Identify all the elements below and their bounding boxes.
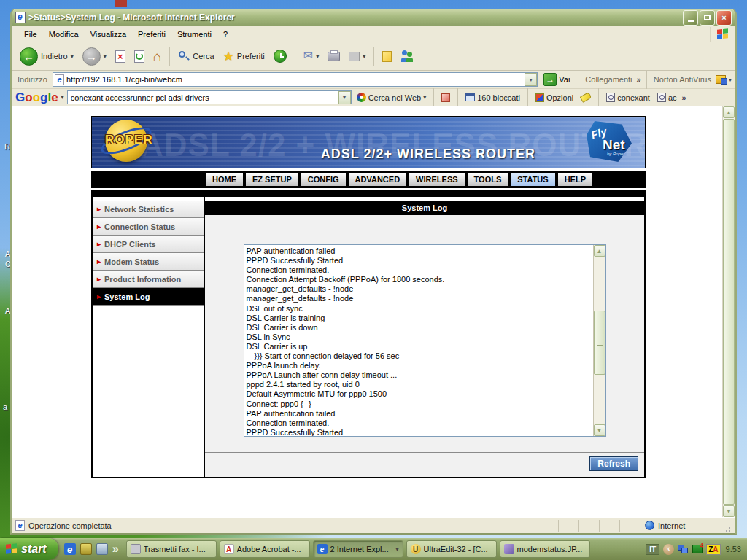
quicklaunch-desktop-icon[interactable] — [96, 543, 108, 555]
menu-tools[interactable]: Strumenti — [171, 28, 217, 41]
popup-blocker-button[interactable]: 160 bloccati — [463, 93, 522, 103]
language-indicator[interactable]: IT — [646, 544, 659, 555]
desktop: R A C A a >Status>System Log - Microsoft… — [0, 0, 747, 560]
tab-tools[interactable]: TOOLS — [467, 172, 509, 187]
task-button-ultraedit[interactable]: U UltraEdit-32 - [C... — [406, 540, 497, 558]
task-label: Trasmetti fax - I... — [144, 545, 212, 553]
refresh-log-button[interactable]: Refresh — [589, 456, 638, 471]
search-web-button[interactable]: Cerca nel Web ▾ — [355, 92, 429, 103]
norton-label[interactable]: Norton AntiVirus — [652, 75, 713, 84]
search-button[interactable]: Cerca — [175, 49, 217, 63]
edit-dropdown-icon[interactable]: ▾ — [363, 53, 365, 60]
google-logo-dropdown-icon[interactable]: ▾ — [61, 94, 64, 101]
forward-dropdown-icon[interactable]: ▾ — [104, 53, 107, 60]
task-group-dropdown-icon[interactable]: ▾ — [396, 546, 399, 553]
address-dropdown-button[interactable]: ▾ — [525, 73, 537, 86]
sidebar-item-product-information[interactable]: ▸ Product Information — [93, 271, 204, 288]
print-button[interactable] — [325, 50, 343, 63]
scroll-up-icon[interactable]: ▲ — [594, 245, 605, 257]
sidebar-item-connection-status[interactable]: ▸ Connection Status — [93, 218, 204, 236]
bullet-icon: ▸ — [97, 240, 101, 248]
maximize-button[interactable] — [700, 10, 715, 26]
quicklaunch-app-icon[interactable] — [80, 543, 92, 555]
google-overflow-chevron[interactable]: » — [682, 93, 686, 102]
menu-view[interactable]: Visualizza — [85, 28, 132, 41]
options-button[interactable]: Opzioni — [533, 93, 576, 103]
taskbar-clock[interactable]: 9.53 — [724, 545, 741, 553]
menu-favorites[interactable]: Preferiti — [132, 28, 171, 41]
close-button[interactable]: × — [716, 10, 732, 26]
address-separator — [646, 70, 647, 89]
favorites-button[interactable]: ★ Preferiti — [220, 49, 268, 64]
task-button-fax[interactable]: Trasmetti fax - I... — [126, 540, 217, 558]
google-search-dropdown-button[interactable]: ▾ — [338, 91, 351, 104]
minimize-button[interactable] — [683, 10, 698, 26]
scroll-down-icon[interactable]: ▼ — [723, 505, 735, 517]
tab-help[interactable]: HELP — [557, 172, 593, 187]
history-button[interactable] — [271, 48, 290, 64]
system-log-textarea[interactable]: PAP authentication failedPPPD Successful… — [244, 244, 606, 437]
stop-button[interactable]: × — [112, 49, 128, 64]
sidebar-item-dhcp-clients[interactable]: ▸ DHCP Clients — [93, 236, 204, 253]
task-button-acrobat[interactable]: A Adobe Acrobat -... — [220, 540, 310, 558]
links-overflow-chevron[interactable]: » — [637, 75, 641, 84]
menu-edit[interactable]: Modifica — [43, 28, 85, 41]
tab-wireless[interactable]: WIRELESS — [409, 172, 465, 187]
stop-icon: × — [115, 50, 125, 63]
quicklaunch-ie-icon[interactable]: e — [64, 543, 76, 555]
search-web-dropdown-icon[interactable]: ▾ — [423, 94, 426, 101]
google-info-button[interactable] — [439, 93, 452, 103]
tab-status[interactable]: STATUS — [510, 172, 555, 187]
tab-config[interactable]: CONFIG — [301, 172, 347, 187]
title-bar[interactable]: >Status>System Log - Microsoft Internet … — [12, 9, 735, 26]
traffic-monitor-icon[interactable] — [692, 545, 703, 553]
browser-vertical-scrollbar[interactable]: ▲ ▼ — [722, 106, 735, 517]
scroll-thumb[interactable] — [723, 119, 735, 505]
start-button[interactable]: start — [0, 538, 58, 560]
status-text: Operazione completata — [28, 521, 112, 530]
browser-content: ADSL 2/2 + WIRELESS ROUTER ROPER ADSL 2/… — [12, 106, 735, 517]
google-toolbar: Google ▾ ▾ Cerca nel Web ▾ 160 bloccati — [12, 89, 735, 106]
back-button[interactable]: ← Indietro ▾ — [17, 46, 77, 67]
tray-collapse-button[interactable]: ‹ — [663, 544, 674, 555]
refresh-button[interactable] — [131, 49, 147, 64]
sidebar-item-system-log[interactable]: ▸ System Log — [93, 288, 204, 306]
task-button-internet-explorer[interactable]: e 2 Internet Expl... ▾ — [313, 540, 403, 558]
norton-dropdown-icon[interactable]: ▾ — [729, 77, 732, 83]
address-input[interactable] — [66, 75, 525, 84]
edit-button[interactable]: ▾ — [346, 50, 368, 63]
sidebar-item-label: DHCP Clients — [104, 240, 156, 249]
links-label[interactable]: Collegamenti — [584, 75, 633, 84]
scroll-thumb[interactable] — [594, 311, 605, 375]
discuss-button[interactable] — [379, 50, 395, 63]
term-button-ac[interactable]: ac — [655, 92, 679, 103]
quicklaunch-overflow-chevron[interactable]: » — [112, 542, 119, 556]
zonealarm-icon[interactable]: ZA — [706, 544, 720, 555]
home-button[interactable]: ⌂ — [150, 48, 164, 65]
sidebar-item-modem-status[interactable]: ▸ Modem Status — [93, 253, 204, 271]
roper-brand-text: ROPER — [105, 133, 152, 147]
forward-button[interactable]: → ▾ — [80, 46, 109, 67]
term-button-conexant[interactable]: conexant — [604, 92, 652, 103]
google-logo[interactable]: Google — [15, 91, 58, 104]
tab-ez-setup[interactable]: EZ SETUP — [245, 172, 299, 187]
scroll-up-icon[interactable]: ▲ — [723, 106, 735, 118]
menu-help[interactable]: ? — [217, 28, 233, 41]
highlight-button[interactable] — [578, 93, 593, 101]
sidebar-item-network-statistics[interactable]: ▸ Network Statistics — [93, 201, 204, 218]
textarea-scrollbar[interactable]: ▲ ▼ — [593, 245, 605, 436]
network-tray-icon[interactable] — [678, 545, 689, 554]
scroll-down-icon[interactable]: ▼ — [594, 424, 605, 436]
go-button[interactable]: → Vai — [541, 73, 573, 86]
mail-dropdown-icon[interactable]: ▾ — [316, 53, 319, 60]
tab-advanced[interactable]: ADVANCED — [348, 172, 408, 187]
messenger-button[interactable] — [398, 49, 417, 63]
resize-grip[interactable] — [724, 524, 733, 533]
menu-file[interactable]: File — [18, 28, 43, 41]
tab-home[interactable]: HOME — [205, 172, 244, 187]
home-icon: ⌂ — [153, 50, 161, 63]
google-search-input[interactable] — [71, 93, 338, 102]
task-button-modemstatus[interactable]: modemstatus.JP... — [500, 540, 590, 558]
back-dropdown-icon[interactable]: ▾ — [71, 53, 74, 60]
mail-button[interactable]: ✉ ▾ — [301, 49, 322, 63]
